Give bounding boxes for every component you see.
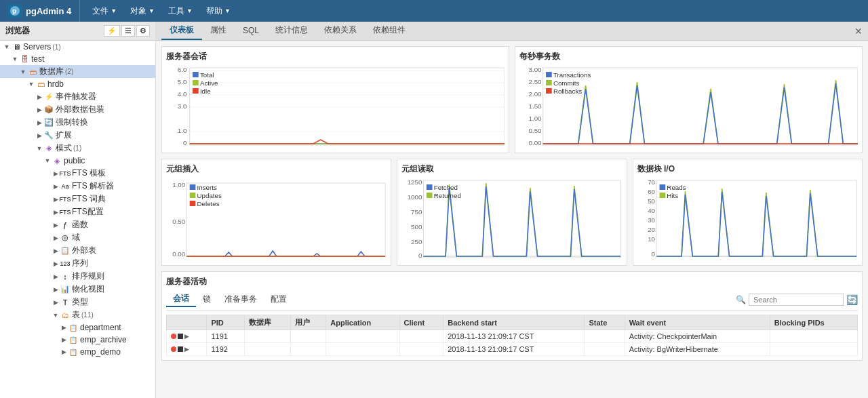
row-1-red-dot <box>171 334 176 339</box>
toggle-emp-arch[interactable]: ▶ <box>60 336 68 343</box>
sidebar-item-cast[interactable]: ▶ 🔄 强制转换 <box>0 116 155 129</box>
toggle-ext[interactable]: ▶ <box>35 132 43 139</box>
toggle-coll[interactable]: ▶ <box>52 273 60 280</box>
activity-tab-locks[interactable]: 锁 <box>196 292 218 306</box>
sidebar-item-sequences[interactable]: ▶ 123 序列 <box>0 257 155 270</box>
sidebar-item-fts-dict[interactable]: ▶ FTS FTS 词典 <box>0 193 155 205</box>
sidebar-item-functions[interactable]: ▶ ƒ 函数 <box>0 218 155 231</box>
close-button[interactable]: ✕ <box>854 26 863 37</box>
svg-text:40: 40 <box>648 207 655 214</box>
sidebar-item-schemas[interactable]: ▼ ◈ 模式 (1) <box>0 142 155 155</box>
svg-text:Idle: Idle <box>200 88 211 95</box>
toggle-emp-demo[interactable]: ▶ <box>60 349 68 355</box>
toggle-fts-parser[interactable]: ▶ <box>52 183 60 190</box>
menu-help[interactable]: 帮助 ▼ <box>199 0 237 22</box>
toggle-schemas[interactable]: ▼ <box>35 145 43 152</box>
sidebar-item-department[interactable]: ▶ 📋 department <box>0 321 155 334</box>
activity-tab-sessions[interactable]: 会话 <box>166 292 196 307</box>
toggle-matview[interactable]: ▶ <box>52 286 60 293</box>
svg-rect-55 <box>427 184 433 190</box>
sidebar-item-extensions[interactable]: ▶ 🔧 扩展 <box>0 129 155 142</box>
tab-properties[interactable]: 属性 <box>202 22 235 40</box>
sidebar-item-tables[interactable]: ▼ 🗂 表 (11) <box>0 309 155 321</box>
sidebar-item-emp-archive[interactable]: ▶ 📋 emp_archive <box>0 334 155 346</box>
row-2-play-btn[interactable]: ▶ <box>184 346 189 353</box>
svg-text:Returned: Returned <box>434 193 461 199</box>
svg-text:1.50: 1.50 <box>529 103 542 110</box>
toggle-test[interactable]: ▼ <box>11 56 19 62</box>
refresh-button[interactable]: 🔄 <box>846 294 858 305</box>
activity-title: 服务器活动 <box>166 276 858 287</box>
tab-dashboard[interactable]: 仪表板 <box>161 22 202 40</box>
toggle-fts-tmpl[interactable]: ▶ <box>52 170 60 177</box>
toggle-types[interactable]: ▶ <box>52 299 60 306</box>
sidebar-item-public[interactable]: ▼ ◈ public <box>0 155 155 167</box>
sidebar-item-fdw[interactable]: ▶ 📦 外部数据包装 <box>0 103 155 116</box>
menu-file[interactable]: 文件 ▼ <box>85 0 123 22</box>
search-input[interactable] <box>749 294 844 306</box>
toggle-public[interactable]: ▼ <box>43 157 52 164</box>
domains-icon: ◎ <box>60 233 71 243</box>
toggle-domains[interactable]: ▶ <box>52 235 60 241</box>
toggle-fdw[interactable]: ▶ <box>35 106 43 113</box>
sidebar-item-types[interactable]: ▶ T 类型 <box>0 296 155 309</box>
svg-rect-34 <box>546 88 552 94</box>
toggle-dept[interactable]: ▶ <box>60 324 68 331</box>
sidebar-item-hrdb[interactable]: ▼ 🗃 hrdb <box>0 78 155 90</box>
sidebar-btn-1[interactable]: ⚡ <box>104 25 120 37</box>
sidebar-item-domains[interactable]: ▶ ◎ 域 <box>0 231 155 244</box>
sidebar-item-databases[interactable]: ▼ 🗃 数据库 (2) <box>0 65 155 78</box>
activity-table: PID 数据库 用户 Application Client Backend st… <box>166 315 858 356</box>
sidebar-item-fts-parser[interactable]: ▶ Aa FTS 解析器 <box>0 180 155 193</box>
row-2-red-dot <box>171 346 176 352</box>
svg-text:6.0: 6.0 <box>178 66 187 73</box>
toggle-tables[interactable]: ▼ <box>52 312 60 319</box>
sidebar-item-fts-template[interactable]: ▶ FTS FTS 模板 <box>0 167 155 180</box>
toggle-fts-dict[interactable]: ▶ <box>52 196 60 203</box>
svg-text:0: 0 <box>183 140 186 146</box>
sidebar-item-servers[interactable]: ▼ 🖥 Servers (1) <box>0 41 155 53</box>
sidebar-item-emp-demo[interactable]: ▶ 📋 emp_demo <box>0 346 155 358</box>
row-1-play-btn[interactable]: ▶ <box>184 333 189 340</box>
sidebar-item-event-triggers[interactable]: ▶ ⚡ 事件触发器 <box>0 90 155 103</box>
activity-tab-config[interactable]: 配置 <box>264 292 294 306</box>
toggle-ft[interactable]: ▶ <box>52 247 60 254</box>
toggle-hrdb[interactable]: ▼ <box>27 81 35 87</box>
tables-icon: 🗂 <box>60 310 71 321</box>
row-1-blocking-pids <box>770 330 857 343</box>
tab-sql[interactable]: SQL <box>235 23 267 39</box>
toggle-evt[interactable]: ▶ <box>35 94 43 100</box>
row-1-black-sq <box>178 334 183 339</box>
sidebar-btn-3[interactable]: ⚙ <box>136 25 150 37</box>
sidebar-btn-2[interactable]: ☰ <box>121 25 135 37</box>
svg-text:Deletes: Deletes <box>197 201 220 207</box>
search-icon: 🔍 <box>736 295 746 304</box>
toggle-servers[interactable]: ▼ <box>3 43 11 50</box>
emp-archive-icon: 📋 <box>68 334 79 345</box>
svg-text:20: 20 <box>648 226 655 233</box>
toggle-funcs[interactable]: ▶ <box>52 222 60 228</box>
sidebar-item-test[interactable]: ▼ 🗄 test <box>0 53 155 65</box>
dashboard: 服务器会话 6.0 5.0 4.0 3.0 1.0 0 <box>156 41 868 398</box>
toggle-databases[interactable]: ▼ <box>19 68 27 75</box>
menu-object[interactable]: 对象 ▼ <box>123 0 161 22</box>
emp-demo-icon: 📋 <box>68 346 79 357</box>
svg-text:Commits: Commits <box>553 80 580 87</box>
toggle-cast[interactable]: ▶ <box>35 119 43 126</box>
activity-tab-prepared[interactable]: 准备事务 <box>218 292 264 306</box>
table-header-row: PID 数据库 用户 Application Client Backend st… <box>167 315 858 330</box>
sequences-icon: 123 <box>60 258 71 269</box>
svg-rect-32 <box>546 80 552 85</box>
toggle-fts-config[interactable]: ▶ <box>52 209 60 216</box>
menu-tools[interactable]: 工具 ▼ <box>161 0 199 22</box>
sidebar-item-foreign-tables[interactable]: ▶ 📋 外部表 <box>0 244 155 257</box>
tab-dependencies[interactable]: 依赖关系 <box>316 22 365 40</box>
toggle-seq[interactable]: ▶ <box>52 260 60 267</box>
tab-dependents[interactable]: 依赖组件 <box>365 22 414 40</box>
tab-stats[interactable]: 统计信息 <box>267 22 316 40</box>
svg-rect-19 <box>193 88 199 94</box>
sidebar-item-fts-config[interactable]: ▶ FTS FTS配置 <box>0 205 155 218</box>
sidebar-item-collations[interactable]: ▶ ↕ 排序规则 <box>0 270 155 283</box>
sidebar-item-matviews[interactable]: ▶ 📊 物化视图 <box>0 283 155 296</box>
row-2-black-sq <box>178 346 183 352</box>
